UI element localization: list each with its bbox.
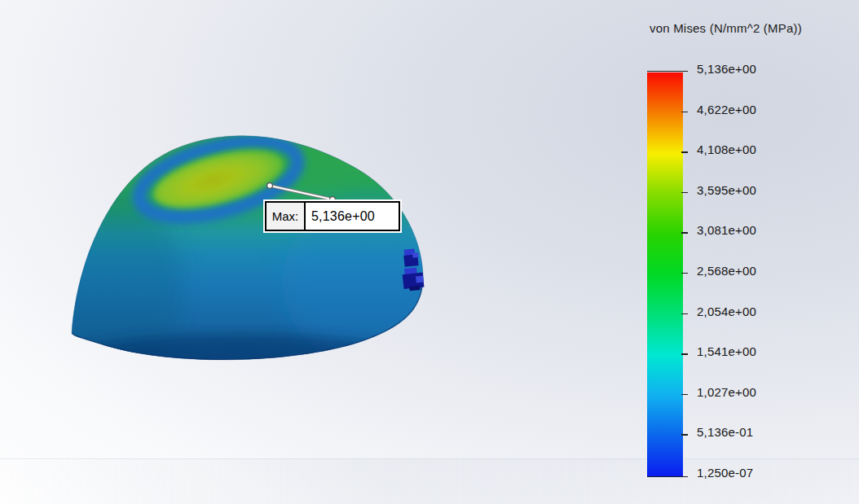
legend-tick-label: 2,054e+00 (697, 305, 756, 318)
legend-tick-row: 5,136e+00 (681, 62, 804, 75)
legend-tick-row: 5,136e-01 (681, 425, 804, 438)
legend-tick-label: 3,595e+00 (697, 183, 756, 197)
legend-tick-label: 2,568e+00 (697, 264, 756, 278)
legend-tick-label: 4,108e+00 (697, 142, 756, 156)
legend-tick-mark (681, 434, 688, 435)
legend-tick-label: 3,081e+00 (697, 223, 756, 237)
max-callout-value: 5,136e+00 (306, 203, 399, 230)
legend-tick-row: 1,250e-07 (681, 466, 804, 479)
max-callout-label: Max: (267, 203, 306, 230)
legend-tick-mark (681, 353, 688, 354)
legend-tick-row: 4,108e+00 (681, 142, 804, 156)
legend-tick-row: 2,568e+00 (681, 264, 804, 277)
legend-tick-mark (681, 192, 688, 193)
max-point-marker (267, 183, 273, 189)
legend-tick-row: 1,027e+00 (681, 385, 804, 398)
legend-tick-row: 4,622e+00 (681, 103, 804, 116)
graphics-area[interactable]: Max: 5,136e+00 von Mises (N/mm^2 (MPa)) … (0, 0, 859, 504)
dome-shell[interactable] (38, 126, 454, 404)
legend-colorbar[interactable] (647, 72, 683, 477)
legend-tick-label: 5,136e-01 (697, 425, 753, 439)
legend-tick-row: 3,081e+00 (681, 223, 804, 236)
legend-tick-row: 2,054e+00 (681, 305, 804, 318)
legend-title: von Mises (N/mm^2 (MPa)) (650, 21, 802, 35)
legend-tick-mark (681, 232, 688, 233)
max-callout[interactable]: Max: 5,136e+00 (263, 199, 402, 233)
legend-tick-mark (681, 112, 688, 112)
legend-tick-label: 4,622e+00 (697, 103, 756, 116)
legend-tick-row: 3,595e+00 (681, 183, 804, 196)
legend-tick-labels: 5,136e+004,622e+004,108e+003,595e+003,08… (681, 62, 804, 485)
legend-tick-mark (681, 394, 688, 395)
legend-tick-mark (681, 313, 688, 314)
legend-tick-row: 1,541e+00 (681, 344, 804, 357)
bottom-rim-shadow (38, 334, 443, 404)
legend-tick-mark (681, 273, 688, 274)
legend-tick-label: 5,136e+00 (697, 62, 756, 76)
legend-tick-label: 1,541e+00 (697, 344, 756, 358)
legend-tick-mark (681, 151, 688, 152)
legend-tick-label: 1,027e+00 (697, 385, 756, 399)
max-callout-box: Max: 5,136e+00 (265, 201, 400, 231)
legend-tick-label: 1,250e-07 (697, 466, 753, 480)
